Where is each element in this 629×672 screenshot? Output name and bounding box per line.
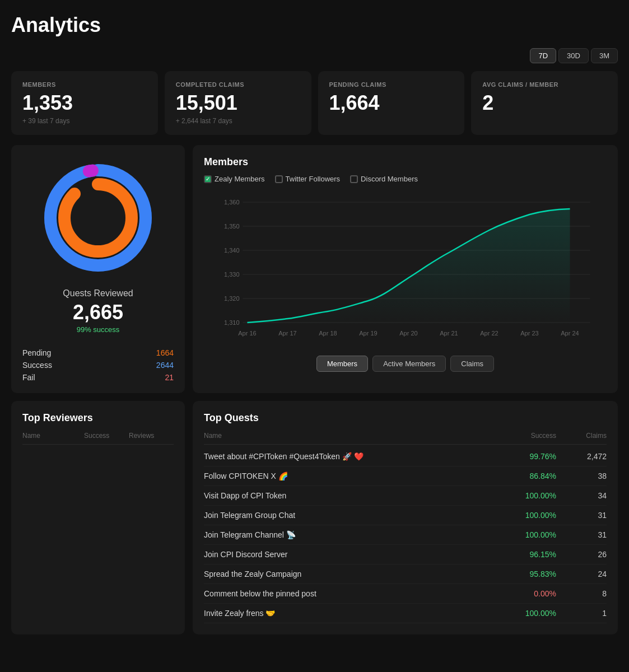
quest-name-8: Invite Zealy frens 🤝 — [204, 609, 506, 618]
fail-row: Fail 21 — [22, 373, 174, 382]
success-row: Success 2644 — [22, 361, 174, 370]
donut-chart — [36, 156, 160, 279]
quest-row-0: Tweet about #CPIToken #Quest4Token 🚀 ❤️ … — [204, 447, 607, 466]
legend-zealy-check[interactable] — [204, 175, 212, 183]
quest-claims-3: 31 — [562, 511, 607, 520]
quest-row-7: Comment below the pinned post 0.00% 8 — [204, 584, 607, 604]
stat-completed-sub: + 2,644 last 7 days — [176, 117, 300, 125]
main-grid: Quests Reviewed 2,665 99% success Pendin… — [11, 145, 618, 393]
quest-success-3: 100.00% — [506, 511, 562, 520]
pending-row: Pending 1664 — [22, 348, 174, 357]
donut-card: Quests Reviewed 2,665 99% success Pendin… — [11, 145, 185, 393]
svg-text:1,350: 1,350 — [224, 223, 240, 230]
svg-text:1,330: 1,330 — [224, 271, 240, 278]
stat-members: MEMBERS 1,353 + 39 last 7 days — [11, 71, 158, 135]
tab-claims[interactable]: Claims — [450, 356, 494, 372]
chart-tabs: Members Active Members Claims — [204, 356, 607, 372]
stat-pending-label: PENDING CLAIMS — [329, 81, 454, 88]
success-value: 2644 — [156, 361, 174, 370]
quest-rows: Tweet about #CPIToken #Quest4Token 🚀 ❤️ … — [204, 447, 607, 623]
chart-area: 1,360 1,350 1,340 1,330 1,320 1,310 Apr … — [204, 191, 607, 348]
chart-legend: Zealy Members Twitter Followers Discord … — [204, 175, 607, 183]
legend-twitter-label: Twitter Followers — [286, 175, 341, 183]
top-reviewers-title: Top Reviewers — [22, 412, 174, 424]
stat-completed-label: COMPLETED CLAIMS — [176, 81, 300, 88]
top-reviewers-card: Top Reviewers Name Success Reviews — [11, 401, 185, 634]
stat-pending-value: 1,664 — [329, 91, 454, 115]
quest-claims-2: 34 — [562, 491, 607, 500]
quest-claims-1: 38 — [562, 472, 607, 480]
quests-col-success: Success — [506, 432, 562, 440]
quest-name-6: Spread the Zealy Campaign — [204, 570, 506, 578]
svg-text:1,340: 1,340 — [224, 247, 240, 254]
svg-text:Apr 22: Apr 22 — [480, 330, 498, 337]
quest-claims-0: 2,472 — [562, 452, 607, 461]
svg-text:Apr 24: Apr 24 — [561, 330, 579, 337]
legend-twitter-check[interactable] — [275, 175, 283, 183]
top-quests-title: Top Quests — [204, 412, 607, 424]
members-chart-card: Members Zealy Members Twitter Followers … — [193, 145, 618, 393]
quests-col-name: Name — [204, 432, 506, 440]
reviewers-col-success: Success — [84, 432, 129, 440]
quest-row-2: Visit Dapp of CPI Token 100.00% 34 — [204, 486, 607, 506]
quest-row-4: Join Telegram Channel 📡 100.00% 31 — [204, 525, 607, 545]
quest-claims-4: 31 — [562, 530, 607, 539]
stat-pending: PENDING CLAIMS 1,664 — [318, 71, 465, 135]
svg-text:Apr 19: Apr 19 — [359, 330, 377, 337]
legend-discord-label: Discord Members — [361, 175, 418, 183]
svg-text:Apr 17: Apr 17 — [278, 330, 296, 337]
fail-label: Fail — [22, 373, 35, 382]
quest-name-2: Visit Dapp of CPI Token — [204, 491, 506, 500]
time-filter-group: 7D 30D 3M — [11, 48, 618, 63]
reviewers-col-name: Name — [22, 432, 84, 440]
reviewers-col-reviews: Reviews — [129, 432, 174, 440]
quest-claims-5: 26 — [562, 550, 607, 559]
quests-success-pct: 99% success — [77, 325, 120, 334]
svg-point-4 — [64, 184, 132, 251]
svg-text:1,310: 1,310 — [224, 319, 240, 326]
time-filter-7d[interactable]: 7D — [530, 48, 556, 63]
quest-claims-6: 24 — [562, 570, 607, 578]
quest-success-1: 86.84% — [506, 472, 562, 480]
quest-row-5: Join CPI Discord Server 96.15% 26 — [204, 545, 607, 564]
members-chart-title: Members — [204, 156, 607, 168]
tab-members[interactable]: Members — [316, 356, 368, 372]
legend-discord-check[interactable] — [350, 175, 358, 183]
time-filter-30d[interactable]: 30D — [558, 48, 589, 63]
quests-reviewed-label: Quests Reviewed — [63, 288, 133, 298]
quest-name-1: Follow CPITOKEN X 🌈 — [204, 472, 506, 480]
quests-reviewed-value: 2,665 — [73, 301, 123, 324]
stat-avg-value: 2 — [482, 91, 607, 115]
svg-text:1,360: 1,360 — [224, 199, 240, 206]
quest-success-5: 96.15% — [506, 550, 562, 559]
fail-value: 21 — [165, 373, 174, 382]
svg-text:1,320: 1,320 — [224, 295, 240, 302]
stats-grid: MEMBERS 1,353 + 39 last 7 days COMPLETED… — [11, 71, 618, 135]
svg-text:Apr 16: Apr 16 — [238, 330, 256, 337]
stat-avg-label: AVG CLAIMS / MEMBER — [482, 81, 607, 88]
stat-members-sub: + 39 last 7 days — [22, 117, 147, 125]
top-quests-card: Top Quests Name Success Claims Tweet abo… — [193, 401, 618, 634]
quest-success-7: 0.00% — [506, 589, 562, 598]
quests-header: Name Success Claims — [204, 432, 607, 445]
legend-zealy: Zealy Members — [204, 175, 265, 183]
stat-completed: COMPLETED CLAIMS 15,501 + 2,644 last 7 d… — [165, 71, 311, 135]
svg-text:Apr 20: Apr 20 — [399, 330, 417, 337]
stat-avg: AVG CLAIMS / MEMBER 2 — [471, 71, 618, 135]
svg-text:Apr 23: Apr 23 — [520, 330, 538, 337]
quest-name-3: Join Telegram Group Chat — [204, 511, 506, 520]
quest-row-6: Spread the Zealy Campaign 95.83% 24 — [204, 564, 607, 584]
quest-row-8: Invite Zealy frens 🤝 100.00% 1 — [204, 604, 607, 623]
quest-success-6: 95.83% — [506, 570, 562, 578]
quest-success-8: 100.00% — [506, 609, 562, 618]
tab-active-members[interactable]: Active Members — [372, 356, 446, 372]
svg-text:Apr 21: Apr 21 — [440, 330, 458, 337]
quest-name-0: Tweet about #CPIToken #Quest4Token 🚀 ❤️ — [204, 452, 506, 461]
quest-claims-7: 8 — [562, 589, 607, 598]
quest-name-4: Join Telegram Channel 📡 — [204, 530, 506, 539]
quest-name-7: Comment below the pinned post — [204, 589, 506, 598]
time-filter-3m[interactable]: 3M — [591, 48, 618, 63]
page-title: Analytics — [11, 13, 618, 37]
quest-success-2: 100.00% — [506, 491, 562, 500]
quests-col-claims: Claims — [562, 432, 607, 440]
